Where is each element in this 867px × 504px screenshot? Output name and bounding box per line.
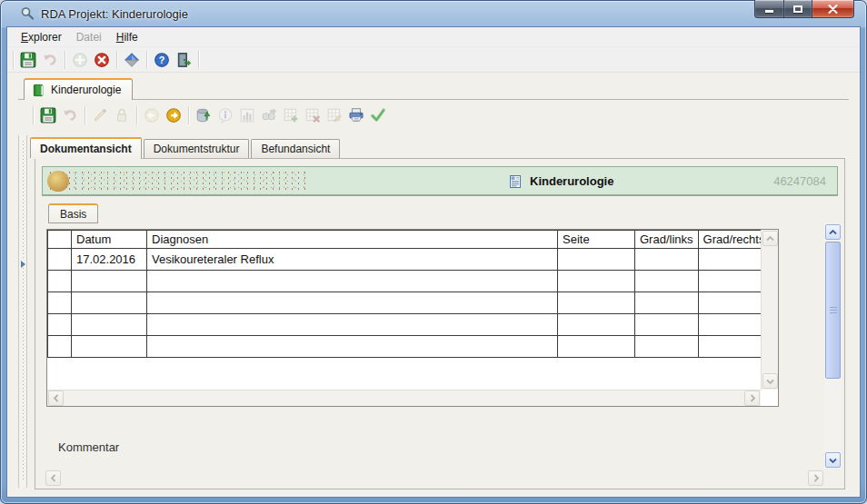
col-seite: Seite [558, 231, 635, 249]
table-vertical-scrollbar[interactable] [761, 230, 778, 390]
save-icon[interactable] [37, 104, 59, 126]
view-tabs: Dokumentansicht Dokumentstruktur Befunda… [30, 137, 342, 158]
patient-header: Kinderurologie 46247084 [42, 166, 838, 195]
table-row[interactable]: 17.02.2016 Vesikoureteraler Reflux [48, 249, 770, 271]
db-upload-icon[interactable] [193, 104, 214, 126]
close-button[interactable] [812, 0, 854, 18]
tab-basis[interactable]: Basis [48, 203, 98, 223]
magnifier-icon [19, 6, 35, 22]
table-header-row: Datum Diagnosen Seite Grad/links Grad/re… [48, 231, 770, 249]
lock-icon [111, 104, 133, 126]
maximize-icon [793, 5, 802, 13]
scroll-left-icon[interactable] [45, 470, 61, 486]
refresh-diamond-icon[interactable] [121, 49, 143, 71]
book-icon [32, 84, 45, 97]
table-row[interactable] [48, 314, 770, 336]
col-grad-links: Grad/links [635, 231, 699, 249]
col-diagnosen: Diagnosen [147, 231, 558, 249]
scroll-right-icon[interactable] [808, 470, 823, 486]
anonymized-patient-data [45, 169, 309, 193]
scroll-up-icon[interactable] [825, 224, 841, 240]
window-title: RDA Projekt: Kinderurologie [41, 7, 188, 21]
help-icon[interactable]: ? [151, 49, 173, 71]
table-row[interactable] [48, 292, 770, 314]
document-icon [508, 174, 523, 189]
tab-label: Kinderurologie [51, 84, 121, 96]
app-window: RDA Projekt: Kinderurologie Explorer Dat… [0, 0, 867, 504]
scroll-right-icon[interactable] [744, 390, 760, 406]
panel-vertical-scrollbar[interactable] [824, 223, 842, 469]
menubar: Explorer Datei Hilfe [7, 27, 860, 47]
maximize-button[interactable] [784, 0, 812, 18]
content-area: Kinderurologie [7, 74, 860, 497]
scroll-down-icon[interactable] [825, 452, 841, 468]
panel-horizontal-scrollbar[interactable] [45, 470, 824, 487]
back-icon [141, 104, 163, 126]
col-datum: Datum [72, 231, 147, 249]
row-edit-icon [324, 104, 345, 126]
table-row[interactable] [48, 336, 770, 358]
info-icon [214, 104, 236, 126]
tab-dokumentansicht[interactable]: Dokumentansicht [30, 137, 142, 158]
main-toolbar: ? [7, 47, 860, 73]
close-icon [828, 5, 838, 14]
find-next-icon [258, 104, 280, 126]
menu-item-explorer[interactable]: Explorer [14, 29, 69, 45]
edit-pencil-icon [89, 104, 111, 126]
tab-kinderurologie[interactable]: Kinderurologie [24, 78, 133, 100]
document-toolbar [27, 103, 389, 128]
sidebar-splitter[interactable] [18, 135, 27, 488]
menu-item-datei: Datei [69, 29, 109, 45]
delete-icon[interactable] [91, 49, 113, 71]
row-delete-icon [302, 104, 324, 126]
col-grad-rechts: Grad/rechts [698, 231, 770, 249]
scroll-up-icon[interactable] [762, 231, 778, 246]
document-panel: Kinderurologie 46247084 Basis Datum Diag… [35, 158, 845, 489]
menu-item-hilfe[interactable]: Hilfe [109, 29, 145, 45]
minimize-icon [765, 10, 773, 13]
table-row[interactable] [48, 271, 770, 292]
comment-label: Kommentar [58, 440, 119, 454]
expand-arrow-icon[interactable] [21, 261, 25, 268]
print-icon[interactable] [345, 104, 367, 126]
window-body: Explorer Datei Hilfe [7, 27, 860, 497]
svg-text:?: ? [159, 54, 165, 64]
minimize-button[interactable] [754, 0, 784, 18]
undo-icon [39, 49, 61, 71]
scroll-left-icon[interactable] [48, 390, 64, 406]
save-icon[interactable] [17, 49, 39, 71]
add-icon [69, 49, 91, 71]
diagnoses-table-container: Datum Diagnosen Seite Grad/links Grad/re… [46, 229, 779, 407]
exit-icon[interactable] [173, 49, 194, 71]
table-horizontal-scrollbar[interactable] [47, 390, 761, 406]
scrollbar-thumb[interactable] [825, 242, 841, 379]
validate-check-icon[interactable] [367, 104, 389, 126]
chart-icon [236, 104, 258, 126]
document-id: 46247084 [773, 174, 826, 188]
col-selector [48, 231, 72, 249]
undo-icon [59, 104, 81, 126]
tab-dokumentstruktur[interactable]: Dokumentstruktur [144, 139, 250, 158]
document-title: Kinderurologie [530, 174, 613, 188]
titlebar[interactable]: RDA Projekt: Kinderurologie [0, 0, 867, 27]
scroll-down-icon[interactable] [762, 373, 778, 389]
tab-befundansicht[interactable]: Befundansicht [251, 139, 340, 158]
diagnoses-table: Datum Diagnosen Seite Grad/links Grad/re… [47, 230, 770, 358]
row-add-icon [280, 104, 302, 126]
forward-icon[interactable] [163, 104, 184, 126]
